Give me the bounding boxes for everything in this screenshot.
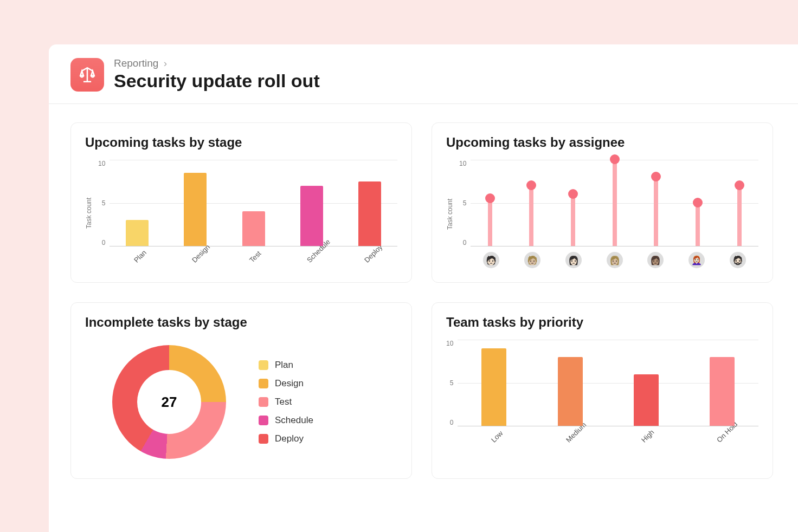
bar-deploy[interactable] [358,181,381,246]
donut-chart: 27 PlanDesignTestScheduleDeploy [85,340,397,464]
card-team-by-priority[interactable]: Team tasks by priority 10 5 0 LowMediumH… [432,302,773,479]
bar-on-hold[interactable] [710,357,735,426]
x-axis: PlanDesignTestScheduleDeploy [110,251,397,267]
card-upcoming-by-stage[interactable]: Upcoming tasks by stage Task count 10 5 … [70,122,412,283]
y-axis-ticks: 10 5 0 [98,160,105,246]
avatar[interactable]: 🧔🏻 [730,252,746,268]
donut-center-value: 27 [137,370,201,434]
y-axis-ticks: 10 5 0 [446,340,453,426]
legend-swatch [259,360,268,370]
card-upcoming-by-assignee[interactable]: Upcoming tasks by assignee Task count 10… [432,122,773,283]
lollipop-assignee6[interactable] [696,203,700,246]
avatar[interactable]: 🧑🏼 [524,252,540,268]
avatar[interactable]: 🧑🏻 [483,252,499,268]
legend-item-design[interactable]: Design [259,378,313,389]
scales-icon [78,66,96,84]
lollipop-dot [651,172,661,181]
lollipop-dot [610,154,620,164]
tick: 10 [459,160,466,167]
y-axis-ticks: 10 5 0 [459,160,466,246]
tick: 10 [98,160,105,167]
y-axis-label: Task count [446,160,454,268]
project-scales-icon [70,58,104,92]
bar-design[interactable] [184,173,207,246]
legend: PlanDesignTestScheduleDeploy [259,360,313,444]
dashboard-grid: Upcoming tasks by stage Task count 10 5 … [49,104,798,497]
avatar[interactable]: 👩🏻 [565,252,582,268]
lollipop-dot [526,180,536,190]
lollipop-assignee5[interactable] [654,177,658,246]
avatar[interactable]: 👩🏻‍🦰 [688,252,705,268]
donut: 27 [112,345,226,459]
legend-swatch [259,416,268,425]
chart: 10 5 0 LowMediumHighOn Hold [446,340,758,446]
bar-medium[interactable] [558,357,583,426]
card-incomplete-by-stage[interactable]: Incomplete tasks by stage 27 PlanDesignT… [70,302,412,479]
tick: 10 [446,340,453,347]
lollipop-assignee3[interactable] [571,194,575,246]
plot-area [458,340,758,426]
tick: 5 [450,379,454,387]
lollipop-assignee7[interactable] [737,186,742,246]
header: Reporting › Security update roll out [49,44,798,104]
tick: 5 [102,199,106,207]
lollipop-assignee2[interactable] [529,186,533,246]
lollipop-assignee4[interactable] [613,160,617,246]
breadcrumb[interactable]: Reporting › [114,57,320,69]
breadcrumb-label: Reporting [114,57,158,69]
lollipop-dot [568,189,578,199]
y-axis-label: Task count [85,160,93,267]
legend-swatch [259,397,268,407]
bar-high[interactable] [634,374,659,426]
card-title: Incomplete tasks by stage [85,315,397,330]
card-title: Upcoming tasks by assignee [446,135,758,150]
bar-schedule[interactable] [300,186,323,246]
plot-area [471,160,758,246]
legend-item-deploy[interactable]: Deploy [259,433,313,444]
app-window: Reporting › Security update roll out Upc… [49,44,798,532]
bar-plan[interactable] [126,220,149,246]
legend-label: Plan [275,360,293,371]
tick: 5 [463,199,467,207]
lollipop-dot [485,193,495,203]
legend-swatch [259,379,268,388]
page-title: Security update roll out [114,70,320,92]
tick: 0 [463,239,467,246]
legend-label: Design [275,378,304,389]
avatar[interactable]: 👩🏼 [607,252,623,268]
lollipop-dot [735,180,744,190]
legend-item-test[interactable]: Test [259,397,313,407]
legend-swatch [259,434,268,444]
chart: Task count 10 5 0 PlanDesignTestSchedule… [85,160,397,267]
header-text: Reporting › Security update roll out [114,57,320,92]
bar-low[interactable] [481,348,506,426]
legend-item-schedule[interactable]: Schedule [259,415,313,426]
x-axis: LowMediumHighOn Hold [458,431,758,446]
avatar[interactable]: 👩🏽 [647,252,664,268]
card-title: Team tasks by priority [446,315,758,330]
legend-label: Test [275,397,292,407]
tick: 0 [102,239,106,246]
bar-test[interactable] [242,211,265,246]
chevron-right-icon: › [164,57,167,69]
chart: Task count 10 5 0 🧑🏻🧑🏼👩🏻👩🏼👩🏽👩🏻‍🦰🧔🏻 [446,160,758,268]
lollipop-assignee1[interactable] [488,199,492,246]
tick: 0 [450,419,454,426]
legend-label: Schedule [275,415,313,426]
legend-label: Deploy [275,433,304,444]
x-axis: 🧑🏻🧑🏼👩🏻👩🏼👩🏽👩🏻‍🦰🧔🏻 [471,252,758,268]
lollipop-dot [693,198,703,207]
plot-area [110,160,397,246]
legend-item-plan[interactable]: Plan [259,360,313,371]
card-title: Upcoming tasks by stage [85,135,397,150]
